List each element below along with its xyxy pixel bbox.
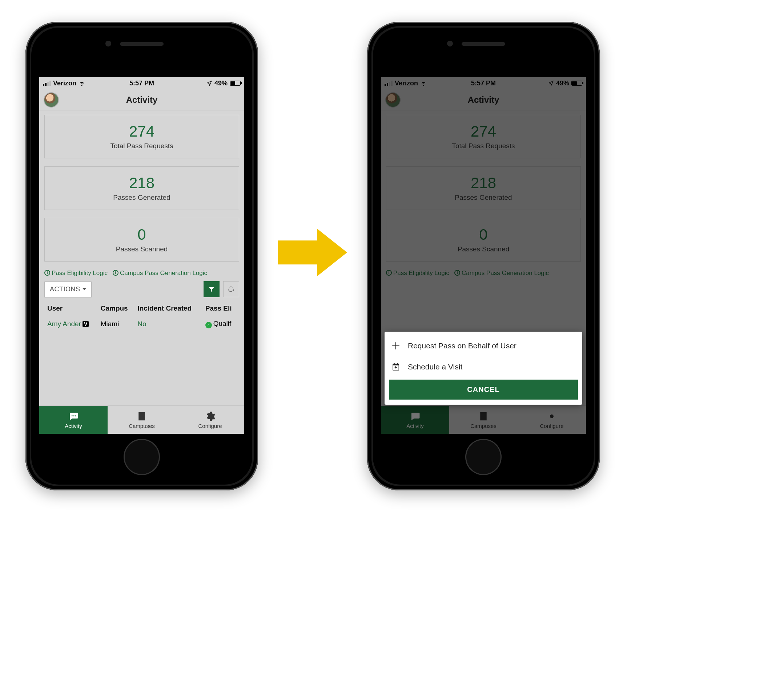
link-campus-pass-generation-logic[interactable]: Campus Pass Generation Logic — [113, 270, 207, 277]
card-value: 274 — [45, 124, 239, 139]
col-campus[interactable]: Campus — [99, 301, 135, 315]
action-label: Request Pass on Behalf of User — [408, 342, 517, 350]
caret-down-icon — [82, 288, 86, 290]
filter-icon — [208, 286, 215, 293]
earpiece — [461, 42, 505, 46]
col-user[interactable]: User — [45, 301, 98, 315]
card-value: 0 — [45, 227, 239, 242]
location-icon — [206, 80, 212, 86]
card-passes-generated[interactable]: 218 Passes Generated — [44, 166, 239, 210]
card-value: 218 — [45, 176, 239, 191]
card-total-pass-requests[interactable]: 274 Total Pass Requests — [44, 115, 239, 158]
app-header: Activity — [39, 89, 244, 110]
avatar[interactable] — [44, 92, 59, 107]
card-label: Passes Scanned — [45, 245, 239, 253]
cell-user: Amy Ander — [47, 320, 81, 328]
earpiece — [120, 42, 163, 46]
home-button[interactable] — [465, 439, 502, 475]
signal-icon — [43, 81, 51, 86]
tab-label: Configure — [198, 423, 222, 429]
calendar-plus-icon — [391, 362, 400, 371]
cancel-button[interactable]: CANCEL — [389, 380, 578, 399]
phone-right: Verizon 5:57 PM 49% Activity — [367, 22, 600, 490]
clock: 5:57 PM — [129, 80, 154, 87]
col-eligible[interactable]: Pass Eli — [203, 301, 239, 315]
action-label: Schedule a Visit — [408, 363, 462, 371]
status-bar: Verizon 5:57 PM 49% — [39, 77, 244, 89]
card-passes-scanned[interactable]: 0 Passes Scanned — [44, 218, 239, 261]
filter-button[interactable] — [204, 281, 219, 297]
check-icon — [205, 322, 212, 329]
table-row[interactable]: Amy AnderV Miami No Qualif — [45, 316, 239, 332]
tab-configure[interactable]: Configure — [176, 406, 244, 434]
tab-label: Campuses — [128, 423, 155, 429]
building-icon — [136, 411, 147, 422]
svg-point-1 — [73, 415, 74, 416]
gear-icon — [205, 411, 216, 422]
cancel-label: CANCEL — [467, 385, 499, 393]
card-label: Passes Generated — [45, 194, 239, 202]
battery-pct: 49% — [214, 80, 227, 87]
front-camera — [447, 41, 453, 46]
battery-icon — [230, 81, 240, 86]
page-title: Activity — [126, 95, 158, 105]
link-label: Campus Pass Generation Logic — [120, 270, 207, 276]
action-sheet: Request Pass on Behalf of User Schedule … — [385, 332, 582, 405]
tab-label: Activity — [65, 423, 82, 429]
screen-right: Verizon 5:57 PM 49% Activity — [381, 77, 586, 434]
tab-bar: Activity Campuses Configure — [39, 405, 244, 434]
visitor-badge: V — [82, 321, 89, 327]
svg-point-0 — [72, 415, 73, 416]
home-button[interactable] — [124, 439, 160, 475]
col-incident[interactable]: Incident Created — [135, 301, 202, 315]
cell-incident: No — [135, 316, 202, 332]
tab-campuses[interactable]: Campuses — [107, 406, 176, 434]
phone-left: Verizon 5:57 PM 49% Activity — [25, 22, 258, 490]
arrow-icon — [278, 229, 347, 276]
speech-icon — [68, 411, 79, 422]
link-label: Pass Eligibility Logic — [52, 270, 107, 276]
info-icon — [113, 270, 119, 276]
actions-button[interactable]: ACTIONS — [44, 281, 92, 297]
action-request-pass[interactable]: Request Pass on Behalf of User — [389, 335, 578, 357]
info-icon — [44, 270, 50, 276]
eligible-text: Qualif — [213, 320, 232, 327]
content-area: 274 Total Pass Requests 218 Passes Gener… — [39, 110, 244, 405]
cell-eligible: Qualif — [203, 316, 239, 332]
pass-table: User Campus Incident Created Pass Eli Am… — [44, 301, 239, 333]
tab-activity[interactable]: Activity — [39, 406, 107, 434]
link-pass-eligibility-logic[interactable]: Pass Eligibility Logic — [44, 270, 107, 277]
refresh-icon — [227, 286, 235, 293]
svg-point-2 — [75, 415, 76, 416]
screen-left: Verizon 5:57 PM 49% Activity — [39, 77, 244, 434]
front-camera — [105, 41, 111, 46]
carrier-label: Verizon — [53, 80, 76, 87]
actions-label: ACTIONS — [50, 286, 80, 293]
wifi-icon — [79, 80, 85, 87]
cell-campus: Miami — [99, 316, 135, 332]
card-label: Total Pass Requests — [45, 142, 239, 150]
action-schedule-visit[interactable]: Schedule a Visit — [389, 357, 578, 377]
refresh-button[interactable] — [223, 281, 239, 297]
plus-icon — [391, 341, 400, 350]
